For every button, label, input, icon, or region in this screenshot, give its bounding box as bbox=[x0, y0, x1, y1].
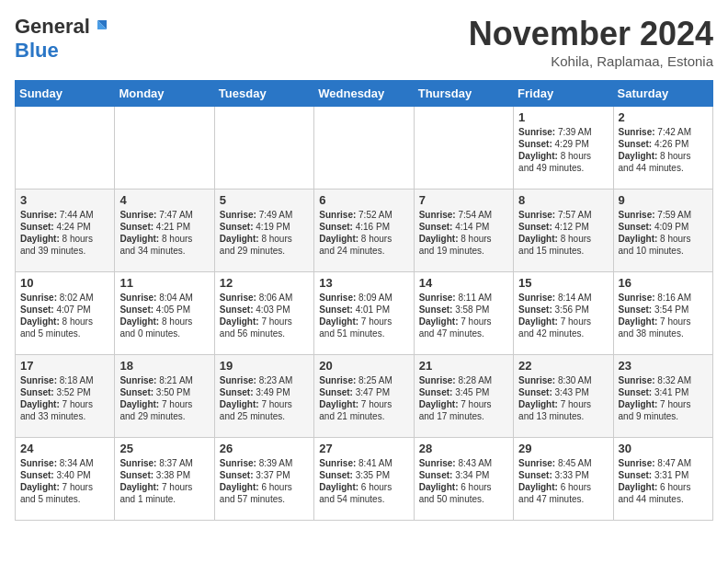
calendar-cell: 13Sunrise: 8:09 AMSunset: 4:01 PMDayligh… bbox=[314, 272, 414, 355]
day-info: Sunset: 3:33 PM bbox=[518, 469, 608, 481]
day-number: 24 bbox=[20, 442, 109, 455]
col-header-monday: Monday bbox=[115, 81, 214, 107]
calendar-cell: 14Sunrise: 8:11 AMSunset: 3:58 PMDayligh… bbox=[414, 272, 513, 355]
day-number: 1 bbox=[518, 110, 608, 124]
daylight-hours: Daylight: 6 hours and 50 minutes. bbox=[419, 481, 508, 505]
day-info: Sunset: 3:38 PM bbox=[119, 469, 209, 481]
day-number: 7 bbox=[419, 193, 508, 207]
day-number: 6 bbox=[319, 193, 408, 207]
calendar-cell: 15Sunrise: 8:14 AMSunset: 3:56 PMDayligh… bbox=[514, 272, 613, 355]
day-info: Sunrise: 8:21 AM bbox=[119, 374, 209, 386]
calendar-cell: 18Sunrise: 8:21 AMSunset: 3:50 PMDayligh… bbox=[115, 355, 214, 438]
day-info: Sunset: 4:01 PM bbox=[319, 304, 408, 316]
daylight-hours: Daylight: 8 hours and 49 minutes. bbox=[518, 150, 608, 174]
calendar-week-4: 24Sunrise: 8:34 AMSunset: 3:40 PMDayligh… bbox=[16, 438, 713, 521]
daylight-hours: Daylight: 6 hours and 44 minutes. bbox=[619, 481, 708, 505]
day-info: Sunrise: 7:39 AM bbox=[518, 126, 608, 138]
daylight-hours: Daylight: 8 hours and 19 minutes. bbox=[419, 233, 508, 257]
day-info: Sunset: 3:45 PM bbox=[419, 386, 508, 398]
day-info: Sunset: 4:29 PM bbox=[518, 138, 608, 150]
day-info: Sunrise: 7:57 AM bbox=[518, 209, 608, 221]
day-info: Sunset: 3:54 PM bbox=[619, 304, 708, 316]
calendar-cell: 10Sunrise: 8:02 AMSunset: 4:07 PMDayligh… bbox=[16, 272, 115, 355]
day-info: Sunrise: 8:06 AM bbox=[220, 292, 309, 304]
calendar-cell: 24Sunrise: 8:34 AMSunset: 3:40 PMDayligh… bbox=[16, 438, 115, 521]
day-info: Sunrise: 7:42 AM bbox=[619, 126, 708, 138]
calendar-cell: 17Sunrise: 8:18 AMSunset: 3:52 PMDayligh… bbox=[16, 355, 115, 438]
day-info: Sunrise: 8:25 AM bbox=[319, 374, 408, 386]
day-info: Sunrise: 8:47 AM bbox=[619, 457, 708, 469]
daylight-hours: Daylight: 8 hours and 10 minutes. bbox=[619, 233, 708, 257]
day-info: Sunrise: 8:45 AM bbox=[518, 457, 608, 469]
calendar-cell: 1Sunrise: 7:39 AMSunset: 4:29 PMDaylight… bbox=[514, 107, 613, 190]
day-info: Sunrise: 8:30 AM bbox=[518, 374, 608, 386]
daylight-hours: Daylight: 7 hours and 13 minutes. bbox=[518, 398, 608, 422]
day-number: 16 bbox=[619, 276, 708, 290]
day-info: Sunrise: 8:43 AM bbox=[419, 457, 508, 469]
daylight-hours: Daylight: 7 hours and 29 minutes. bbox=[119, 398, 209, 422]
daylight-hours: Daylight: 7 hours and 25 minutes. bbox=[220, 398, 309, 422]
calendar-week-2: 10Sunrise: 8:02 AMSunset: 4:07 PMDayligh… bbox=[16, 272, 713, 355]
day-info: Sunset: 4:21 PM bbox=[119, 221, 209, 233]
day-number: 12 bbox=[220, 276, 309, 290]
day-info: Sunrise: 8:34 AM bbox=[20, 457, 109, 469]
calendar-cell: 16Sunrise: 8:16 AMSunset: 3:54 PMDayligh… bbox=[613, 272, 712, 355]
day-info: Sunset: 3:34 PM bbox=[419, 469, 508, 481]
day-info: Sunset: 4:03 PM bbox=[220, 304, 309, 316]
calendar-body: 1Sunrise: 7:39 AMSunset: 4:29 PMDaylight… bbox=[16, 107, 713, 521]
daylight-hours: Daylight: 8 hours and 0 minutes. bbox=[119, 316, 209, 339]
calendar-cell: 2Sunrise: 7:42 AMSunset: 4:26 PMDaylight… bbox=[613, 107, 712, 190]
calendar-week-3: 17Sunrise: 8:18 AMSunset: 3:52 PMDayligh… bbox=[16, 355, 713, 438]
daylight-hours: Daylight: 8 hours and 39 minutes. bbox=[20, 233, 109, 257]
calendar-week-0: 1Sunrise: 7:39 AMSunset: 4:29 PMDaylight… bbox=[16, 107, 713, 190]
day-info: Sunset: 3:35 PM bbox=[319, 469, 408, 481]
day-number: 22 bbox=[518, 359, 608, 373]
day-info: Sunset: 4:16 PM bbox=[319, 221, 408, 233]
day-info: Sunrise: 8:09 AM bbox=[319, 292, 408, 304]
day-number: 3 bbox=[20, 193, 109, 207]
calendar-header-row: SundayMondayTuesdayWednesdayThursdayFrid… bbox=[16, 81, 713, 107]
day-info: Sunset: 4:19 PM bbox=[220, 221, 309, 233]
day-info: Sunrise: 7:54 AM bbox=[419, 209, 508, 221]
calendar-table: SundayMondayTuesdayWednesdayThursdayFrid… bbox=[15, 80, 713, 521]
day-info: Sunset: 4:12 PM bbox=[518, 221, 608, 233]
day-info: Sunrise: 8:32 AM bbox=[619, 374, 708, 386]
daylight-hours: Daylight: 6 hours and 57 minutes. bbox=[220, 481, 309, 505]
col-header-thursday: Thursday bbox=[414, 81, 513, 107]
calendar-cell: 26Sunrise: 8:39 AMSunset: 3:37 PMDayligh… bbox=[214, 438, 313, 521]
daylight-hours: Daylight: 7 hours and 38 minutes. bbox=[619, 316, 708, 339]
day-info: Sunrise: 8:11 AM bbox=[419, 292, 508, 304]
calendar-cell: 12Sunrise: 8:06 AMSunset: 4:03 PMDayligh… bbox=[214, 272, 313, 355]
day-info: Sunrise: 7:47 AM bbox=[119, 209, 209, 221]
day-info: Sunset: 4:09 PM bbox=[619, 221, 708, 233]
day-info: Sunrise: 8:39 AM bbox=[220, 457, 309, 469]
col-header-saturday: Saturday bbox=[613, 81, 712, 107]
calendar-cell: 20Sunrise: 8:25 AMSunset: 3:47 PMDayligh… bbox=[314, 355, 414, 438]
calendar-cell bbox=[115, 107, 214, 190]
calendar-cell bbox=[414, 107, 513, 190]
day-number: 25 bbox=[119, 442, 209, 455]
day-info: Sunrise: 8:23 AM bbox=[220, 374, 309, 386]
day-info: Sunrise: 8:37 AM bbox=[119, 457, 209, 469]
col-header-sunday: Sunday bbox=[16, 81, 115, 107]
day-number: 13 bbox=[319, 276, 408, 290]
day-number: 5 bbox=[220, 193, 309, 207]
calendar-cell: 27Sunrise: 8:41 AMSunset: 3:35 PMDayligh… bbox=[314, 438, 414, 521]
day-number: 26 bbox=[220, 442, 309, 455]
calendar-cell: 29Sunrise: 8:45 AMSunset: 3:33 PMDayligh… bbox=[514, 438, 613, 521]
day-info: Sunset: 3:50 PM bbox=[119, 386, 209, 398]
day-number: 23 bbox=[619, 359, 708, 373]
day-number: 18 bbox=[119, 359, 209, 373]
day-info: Sunrise: 8:41 AM bbox=[319, 457, 408, 469]
day-info: Sunset: 3:58 PM bbox=[419, 304, 508, 316]
day-info: Sunrise: 7:52 AM bbox=[319, 209, 408, 221]
day-number: 27 bbox=[319, 442, 408, 455]
day-info: Sunrise: 8:14 AM bbox=[518, 292, 608, 304]
day-number: 9 bbox=[619, 193, 708, 207]
day-info: Sunset: 4:24 PM bbox=[20, 221, 109, 233]
daylight-hours: Daylight: 8 hours and 5 minutes. bbox=[20, 316, 109, 339]
daylight-hours: Daylight: 6 hours and 54 minutes. bbox=[319, 481, 408, 505]
header: General Blue November 2024 Kohila, Rapla… bbox=[15, 15, 713, 69]
title-area: November 2024 Kohila, Raplamaa, Estonia bbox=[469, 15, 713, 69]
day-info: Sunset: 3:56 PM bbox=[518, 304, 608, 316]
